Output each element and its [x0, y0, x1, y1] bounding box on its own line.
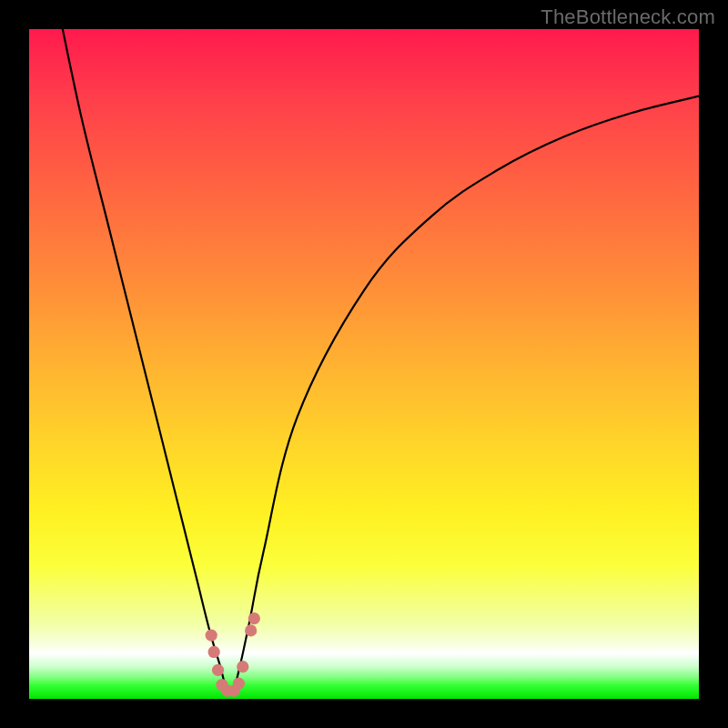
valley-dot — [237, 661, 248, 672]
valley-dot — [212, 664, 224, 676]
curve-layer — [29, 29, 699, 699]
valley-dot — [245, 624, 257, 636]
valley-marker-group — [206, 612, 260, 697]
valley-dot — [233, 677, 245, 689]
watermark-text: TheBottleneck.com — [541, 5, 715, 29]
valley-dot — [208, 646, 220, 658]
chart-frame: TheBottleneck.com — [0, 0, 728, 728]
valley-dot — [206, 629, 217, 641]
bottleneck-curve — [63, 29, 699, 692]
valley-dot — [248, 612, 260, 624]
plot-area — [29, 29, 699, 699]
